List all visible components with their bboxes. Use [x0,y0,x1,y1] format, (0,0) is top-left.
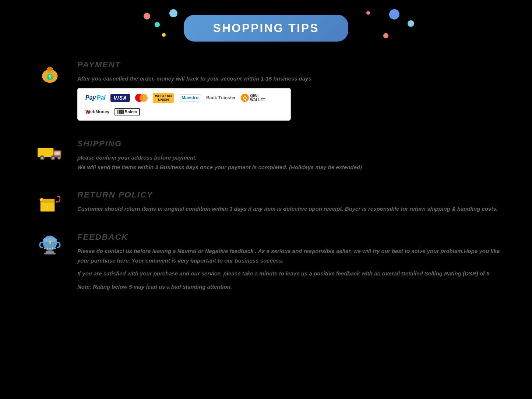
payment-title: PAYMENT [77,60,503,70]
decor-dot [389,9,399,19]
feedback-text-1: Please do contact us before leaving a Ne… [77,246,503,265]
svg-text:↑: ↑ [46,204,48,210]
return-box-icon: ↑ [36,192,64,214]
svg-rect-17 [40,202,54,203]
decor-dot [144,13,150,19]
svg-text:5: 5 [49,241,51,245]
header-title-box: SHOPPING TIPS [184,15,349,42]
payment-text: After you cancelled the order, money wil… [77,74,503,83]
feedback-section: 5 ★★★★★ FEEDBACK Please do contact us be… [29,232,503,291]
shipping-icon-col [29,139,70,163]
svg-text:★★★★★: ★★★★★ [43,247,56,250]
payment-content: PAYMENT After you cancelled the order, m… [70,60,503,121]
svg-text:$: $ [49,75,51,79]
shipping-text-1: please confirm your address before payme… [77,153,503,163]
shipping-text-2: We will send the items within 3 Business… [77,163,503,172]
page-title: SHOPPING TIPS [213,21,319,35]
feedback-title: FEEDBACK [77,232,503,242]
western-union-logo: WESTERNUNION [153,93,174,103]
return-content: RETURN POLICY Customer should return ite… [70,190,503,214]
decor-dot [155,22,160,27]
svg-point-11 [52,157,54,159]
svg-point-9 [41,157,43,159]
svg-rect-5 [38,148,53,157]
bank-transfer-label: Bank Transfer [206,95,236,100]
svg-rect-7 [54,152,60,155]
shipping-content: SHIPPING please confirm your address bef… [70,139,503,172]
feedback-icon-col: 5 ★★★★★ [29,232,70,256]
visa-logo: VISA [110,94,130,102]
payment-section: $ PAYMENT After you cancelled the order,… [29,60,503,121]
return-section: ↑ RETURN POLICY Customer should return i… [29,190,503,214]
return-title: RETURN POLICY [77,190,503,200]
page-header: SHOPPING TIPS [29,7,503,45]
maestro-logo: Maestro [179,94,201,101]
payment-icon-col: $ [29,60,70,84]
decor-dot [408,20,414,27]
truck-icon [36,141,64,163]
money-bag-icon: $ [36,62,64,84]
decor-dot [162,33,166,37]
decor-dot [169,9,177,17]
shipping-title: SHIPPING [77,139,503,149]
decor-dot [366,11,370,15]
webmoney-logo: WebMoney [85,109,109,115]
qiwi-logo: Q QIWIWALLET [241,94,265,102]
feedback-content: FEEDBACK Please do contact us before lea… [70,232,503,291]
return-text: Customer should return items in original… [77,204,503,214]
return-icon-col: ↑ [29,190,70,214]
decor-dot [383,33,388,38]
feedback-star-icon: 5 ★★★★★ [36,234,64,256]
feedback-text-2: If you are satisfied with your purchase … [77,269,503,278]
mastercard-logo [135,94,148,102]
svg-point-2 [46,67,53,71]
shipping-section: SHIPPING please confirm your address bef… [29,139,503,172]
boleto-logo: Boleto [114,108,140,115]
paypal-logo: PayPal [85,95,105,101]
feedback-text-3: Note: Rating below 5 may lead us a bad s… [77,282,503,292]
payment-methods-box: PayPal VISA WESTERNUNION Maestro [77,88,291,121]
svg-point-13 [58,157,60,159]
svg-rect-21 [44,253,56,254]
